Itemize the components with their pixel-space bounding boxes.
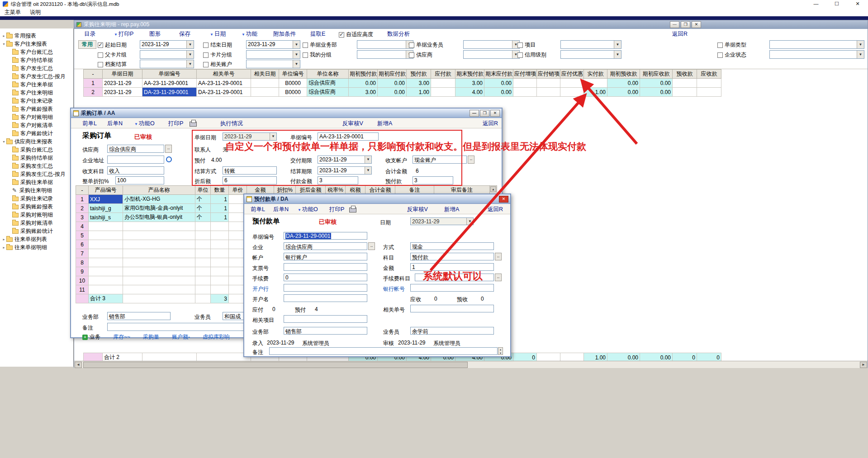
cell[interactable]: 个 — [195, 195, 211, 204]
cell[interactable]: 2 — [84, 88, 103, 97]
close-icon[interactable]: ✕ — [847, 0, 868, 8]
end-date-combo[interactable]: 2023-11-29▼ — [246, 40, 300, 49]
cell[interactable] — [89, 267, 123, 276]
cell[interactable]: AA-23-11-29-0001 — [197, 79, 251, 88]
data-analysis-button[interactable]: 数据分析 — [387, 30, 410, 38]
cell[interactable] — [513, 88, 537, 97]
date-input[interactable]: 2023-11-29▼ — [410, 217, 474, 225]
person-input[interactable]: 余学前 — [410, 327, 494, 335]
close-icon[interactable]: ✕ — [499, 196, 508, 203]
footer-link[interactable]: 虚拟库彩响 — [203, 333, 230, 341]
company-input[interactable]: 综合供应商 — [284, 242, 367, 250]
filter-check-archive-settle[interactable]: 档案结算 — [98, 61, 127, 68]
print-button[interactable]: ▼打印P — [114, 30, 133, 38]
column-header[interactable]: 期初应收款 — [640, 70, 673, 79]
column-header[interactable]: 单据编号 — [142, 70, 197, 79]
related-item-input[interactable] — [284, 315, 367, 323]
cell[interactable]: 1 — [211, 213, 229, 222]
cell[interactable] — [195, 240, 211, 249]
project-combo[interactable]: ▼ — [560, 40, 621, 49]
cell[interactable]: 3.00 — [407, 79, 431, 88]
unaudit-button[interactable]: 反审核V — [407, 206, 428, 213]
prev-doc-button[interactable]: 前单L — [251, 206, 265, 213]
add-new-button[interactable]: 新增A — [444, 206, 459, 213]
cell[interactable] — [89, 276, 123, 285]
cell[interactable] — [89, 222, 123, 231]
cell[interactable]: DA-23-11-29-0001 — [142, 88, 197, 97]
cell[interactable]: 小型机-XG-HG — [123, 195, 195, 204]
cell[interactable] — [211, 267, 229, 276]
cell[interactable] — [560, 88, 584, 97]
doc-type-combo[interactable]: ▼ — [769, 40, 864, 49]
cell[interactable]: 8 — [76, 258, 89, 267]
tree-item[interactable]: ✎ 客户发生汇总-按月 — [0, 72, 73, 80]
tree-item[interactable]: ✎ 采购发生汇总-按月 — [0, 170, 73, 178]
column-header[interactable]: 单位 — [195, 186, 211, 195]
cell[interactable] — [251, 79, 279, 88]
menu-main[interactable]: 主菜单 — [5, 9, 21, 16]
save-button[interactable]: 保存 — [179, 30, 190, 38]
cell[interactable] — [195, 258, 211, 267]
cell[interactable] — [195, 267, 211, 276]
cell[interactable] — [195, 276, 211, 285]
related-no-input[interactable] — [410, 305, 494, 312]
autofit-checkbox[interactable]: 自适应高度 — [339, 31, 373, 38]
cell[interactable] — [89, 258, 123, 267]
next-doc-button[interactable]: 后单N — [107, 120, 123, 127]
column-header[interactable]: 期初应付款 — [378, 70, 407, 79]
table-row[interactable]: 12023-11-29AA-23-11-29-0001AA-23-11-29-0… — [84, 79, 721, 88]
pay-account-input[interactable]: 现金账户 — [413, 156, 467, 164]
tree-item[interactable]: ✎ 客户账龄报表 — [0, 105, 73, 113]
cell[interactable]: 4.00 — [455, 88, 484, 97]
tree-item[interactable]: ✎ 采购往来记录 — [0, 194, 73, 203]
add-new-button[interactable]: 新增A — [377, 120, 392, 127]
menu-help[interactable]: 说明 — [30, 9, 41, 16]
printer-icon[interactable] — [190, 122, 197, 127]
fee-subject-input[interactable] — [415, 274, 494, 281]
doc-person-combo[interactable]: ▼ — [463, 40, 520, 49]
cell[interactable]: 1 — [211, 195, 229, 204]
filter-check-card-group[interactable]: 卡片分组 — [203, 51, 232, 59]
maximize-icon[interactable]: ☐ — [826, 0, 847, 8]
cell[interactable]: 2023-11-29 — [103, 79, 142, 88]
print-button[interactable]: 打印P — [168, 120, 183, 127]
cell[interactable]: 1 — [84, 79, 103, 88]
function-menu-button[interactable]: ▼功能 — [242, 30, 257, 38]
method-input[interactable]: 现金 — [410, 242, 494, 250]
column-header[interactable]: 期初预收款 — [607, 70, 640, 79]
tree-item[interactable]: ✎ 采购对账清单 — [0, 219, 73, 227]
filter-tab-common[interactable]: 常用 — [78, 40, 96, 49]
lookup-button[interactable]: .. — [368, 242, 375, 250]
column-header[interactable]: 单位编号 — [279, 70, 307, 79]
account-input[interactable]: 银行账户 — [284, 253, 367, 260]
cell[interactable]: 4 — [76, 222, 89, 231]
tree-item[interactable]: ✎ 客户往来记录 — [0, 97, 73, 105]
table-row[interactable]: 22023-11-29DA-23-11-29-0001DA-23-11-29-0… — [84, 88, 721, 97]
back-button[interactable]: 返回R — [672, 30, 688, 38]
column-header[interactable]: 产品名称 — [123, 186, 195, 195]
cell[interactable]: 3.00 — [349, 88, 378, 97]
cell[interactable] — [195, 231, 211, 240]
column-header[interactable]: 应付款 — [431, 70, 455, 79]
tree-item[interactable]: ✎ 采购发生汇总 — [0, 162, 73, 170]
cell[interactable]: 个 — [195, 213, 211, 222]
extra-condition-button[interactable]: 附加条件 — [273, 30, 296, 38]
tree-item[interactable]: ✎ 采购台账汇总 — [0, 146, 73, 154]
scroll-up-icon[interactable]: ▲ — [490, 186, 496, 192]
column-header[interactable]: 预付款 — [407, 70, 431, 79]
tree-item[interactable]: ✎ 采购往来单据 — [0, 178, 73, 186]
cell[interactable]: 0.00 — [378, 79, 407, 88]
cell[interactable]: 0.00 — [640, 79, 673, 88]
printer-icon[interactable] — [349, 208, 356, 212]
cell[interactable] — [211, 285, 229, 294]
filter-check-doc-dept[interactable]: 单据业务部 — [303, 41, 337, 49]
scroll-right-icon[interactable]: ► — [860, 362, 867, 368]
column-header[interactable]: - — [84, 70, 103, 79]
minimize-icon[interactable]: — — [670, 21, 679, 28]
tree-item[interactable]: ✎ 采购对账明细 — [0, 211, 73, 219]
column-header[interactable]: 应付增项 — [513, 70, 537, 79]
settle-method-input[interactable]: 转账 — [223, 166, 277, 175]
column-header[interactable]: 期初预付款 — [349, 70, 378, 79]
cell[interactable] — [123, 258, 195, 267]
note-input[interactable] — [269, 347, 498, 355]
